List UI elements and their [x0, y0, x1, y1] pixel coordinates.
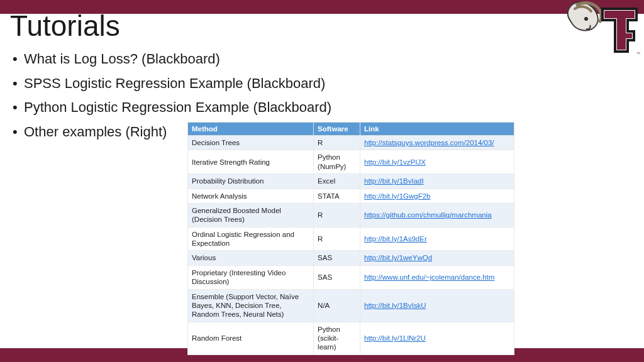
cell-method: Decision Trees — [188, 136, 314, 150]
tutorial-link[interactable]: http://bit.ly/1BvIskU — [364, 302, 426, 309]
cell-link: http://bit.ly/1weYwQd — [360, 251, 514, 265]
tutorial-link[interactable]: https://github.com/chmullig/marchmania — [364, 211, 492, 219]
cell-software: R — [314, 136, 360, 150]
tutorial-link[interactable]: http://bit.ly/1LlNr2U — [364, 334, 426, 342]
table-row: Decision TreesRhttp://statsguys.wordpres… — [188, 136, 514, 150]
cell-software: Python (scikit-learn) — [314, 322, 360, 354]
cell-link: http://bit.ly/1As9dEr — [360, 227, 514, 251]
tutorial-link[interactable]: http://www.unf.edu/~jcoleman/dance.htm — [364, 273, 494, 281]
tutorial-link[interactable]: http://statsguys.wordpress.com/2014/03/ — [364, 139, 494, 146]
examples-table: Method Software Link Decision TreesRhttp… — [187, 122, 514, 355]
cell-method: Proprietary (Interesting Video Discussio… — [188, 265, 314, 289]
cell-method: Various — [188, 251, 314, 265]
cell-method: Generalized Boosted Model (Decision Tree… — [188, 203, 314, 227]
page-title: Tutorials — [10, 9, 120, 43]
cell-software: SAS — [314, 251, 360, 265]
tutorial-link[interactable]: http://bit.ly/1vzPIJX — [364, 158, 426, 166]
cell-software: R — [314, 203, 360, 227]
table-row: Ordinal Logistic Regression and Expectat… — [188, 227, 514, 251]
tutorial-link[interactable]: http://bit.ly/1As9dEr — [364, 235, 427, 243]
col-header-link: Link — [360, 123, 514, 136]
cell-method: Probability Distribution — [188, 174, 314, 189]
table-row: Iterative Strength RatingPython (NumPy)h… — [188, 150, 514, 174]
col-header-software: Software — [314, 123, 360, 136]
cell-link: http://bit.ly/1GwgF2b — [360, 189, 514, 203]
cell-method: Iterative Strength Rating — [188, 150, 314, 174]
cell-method: Ensemble (Support Vector, Naïve Bayes, K… — [188, 289, 314, 322]
cell-link: http://www.unf.edu/~jcoleman/dance.htm — [360, 265, 514, 289]
cell-method: Random Forest — [188, 322, 314, 354]
table-row: Network AnalysisSTATAhttp://bit.ly/1GwgF… — [188, 189, 514, 203]
list-item: Python Logistic Regression Example (Blac… — [13, 99, 331, 117]
tutorial-link[interactable]: http://bit.ly/1weYwQd — [364, 254, 432, 261]
table-row: Probability DistributionExcelhttp://bit.… — [188, 174, 514, 189]
cell-link: https://github.com/chmullig/marchmania — [360, 203, 514, 227]
list-item: SPSS Logistic Regression Example (Blackb… — [13, 75, 331, 93]
cell-software: R — [314, 227, 360, 251]
cell-software: Python (NumPy) — [314, 150, 360, 174]
cell-link: http://statsguys.wordpress.com/2014/03/ — [360, 136, 514, 150]
table-row: Random ForestPython (scikit-learn)http:/… — [188, 322, 514, 354]
cell-link: http://bit.ly/1BvIskU — [360, 289, 514, 322]
cell-software: STATA — [314, 189, 360, 203]
table-row: Generalized Boosted Model (Decision Tree… — [188, 203, 514, 227]
table-row: Ensemble (Support Vector, Naïve Bayes, K… — [188, 289, 514, 322]
cell-link: http://bit.ly/1LlNr2U — [360, 322, 514, 354]
cell-software: Excel — [314, 174, 360, 189]
table-header-row: Method Software Link — [188, 123, 514, 136]
list-item: What is Log Loss? (Blackboard) — [13, 50, 331, 69]
cell-software: N/A — [314, 289, 360, 322]
cell-link: http://bit.ly/1vzPIJX — [360, 150, 514, 174]
cell-method: Ordinal Logistic Regression and Expectat… — [188, 227, 314, 251]
fordham-ram-logo: ™ — [565, 0, 640, 59]
svg-point-0 — [584, 17, 588, 21]
cell-method: Network Analysis — [188, 189, 314, 203]
cell-link: http://bit.ly/1BvIadI — [360, 174, 514, 189]
tutorial-link[interactable]: http://bit.ly/1GwgF2b — [364, 192, 430, 200]
cell-software: SAS — [314, 265, 360, 289]
table-row: VariousSAShttp://bit.ly/1weYwQd — [188, 251, 514, 265]
col-header-method: Method — [188, 123, 314, 136]
svg-text:™: ™ — [636, 52, 640, 56]
tutorial-link[interactable]: http://bit.ly/1BvIadI — [364, 177, 424, 185]
table-row: Proprietary (Interesting Video Discussio… — [188, 265, 514, 289]
